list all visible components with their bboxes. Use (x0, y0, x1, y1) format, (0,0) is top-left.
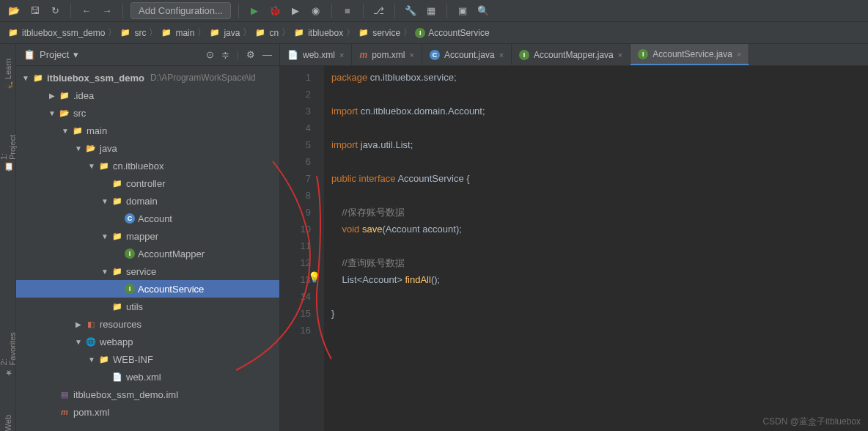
crumb-java[interactable]: 📁java (209, 27, 240, 39)
close-icon[interactable]: × (737, 50, 741, 59)
close-icon[interactable]: × (499, 51, 504, 59)
close-icon[interactable]: × (409, 51, 413, 59)
tree-arrow-icon[interactable]: ▼ (101, 268, 108, 276)
code-line[interactable] (331, 237, 868, 254)
tree-arrow-icon[interactable]: ▼ (75, 144, 82, 152)
crumb-service[interactable]: 📁service (358, 27, 400, 39)
tree-arrow-icon[interactable]: ▼ (88, 162, 95, 170)
run-icon[interactable]: ▶ (246, 3, 262, 19)
tree-item[interactable]: ▶◧resources (16, 315, 279, 333)
tree-item[interactable]: ▼🌐webapp (16, 333, 279, 350)
stop-icon[interactable]: ■ (339, 3, 356, 19)
tree-arrow-icon[interactable]: ▼ (48, 109, 56, 117)
code-content[interactable]: package cn.itbluebox.service;import cn.i… (324, 66, 868, 431)
close-icon[interactable]: × (618, 51, 622, 59)
tree-item-label: utils (126, 301, 143, 312)
rail-web[interactable]: Web (4, 415, 12, 431)
folder-icon: 📁 (358, 27, 369, 39)
vcs-icon[interactable]: ⎇ (371, 3, 387, 19)
tree-item[interactable]: 📁controller (16, 174, 279, 192)
crumb-itbluebox[interactable]: 📁itbluebox (293, 27, 343, 39)
project-tree[interactable]: ▼ 📁 itbluebox_ssm_demo D:\AProgramWorkSp… (16, 66, 279, 431)
tree-item[interactable]: 📁utils (16, 298, 279, 315)
code-line[interactable] (331, 187, 868, 204)
code-line[interactable]: import cn.itbluebox.domain.Account; (331, 103, 868, 119)
editor-tab[interactable]: IAccountMapper.java× (512, 44, 630, 65)
code-line[interactable]: import java.util.List; (331, 136, 868, 153)
chevron-down-icon[interactable]: ▼ (22, 74, 29, 82)
code-line[interactable]: package cn.itbluebox.service; (331, 69, 868, 86)
editor-tab[interactable]: mpom.xml× (352, 44, 422, 65)
redo-icon[interactable]: → (99, 3, 115, 19)
tree-item[interactable]: ▼📂java (16, 139, 279, 157)
reload-icon[interactable]: ↻ (47, 3, 63, 19)
tree-arrow-icon[interactable]: ▶ (75, 320, 82, 328)
tree-arrow-icon[interactable]: ▼ (88, 356, 95, 364)
tree-item[interactable]: ▼📁cn.itbluebox (16, 157, 279, 174)
folder-icon: 📁 (293, 27, 305, 39)
rail-project[interactable]: 📋 1: Project (0, 128, 17, 172)
code-line[interactable]: //保存账号数据 (331, 204, 868, 221)
code-line[interactable]: void save(Account account); (331, 221, 868, 237)
select-opened-icon[interactable]: ⊙ (206, 49, 214, 60)
rail-favorites[interactable]: ★ 2: Favorites (0, 326, 17, 377)
tree-item-label: src (73, 108, 86, 119)
tree-arrow-icon[interactable]: ▶ (48, 92, 56, 100)
terminal-icon[interactable]: ▣ (455, 3, 471, 19)
tree-item[interactable]: 📄web.xml (16, 368, 279, 386)
tree-item[interactable]: ▤itbluebox_ssm_demo.iml (16, 386, 279, 403)
tree-item[interactable]: ▼📂src (16, 104, 279, 122)
tree-item[interactable]: ▼📁main (16, 122, 279, 139)
code-line[interactable]: public interface AccountService { (331, 170, 868, 187)
code-line[interactable]: } (331, 305, 868, 322)
crumb-src[interactable]: 📁src (119, 27, 146, 39)
code-line[interactable] (331, 288, 868, 305)
interface-icon: I (125, 248, 135, 259)
tree-item[interactable]: mpom.xml (16, 403, 279, 421)
undo-icon[interactable]: ← (78, 3, 95, 19)
editor-tab[interactable]: CAccount.java× (422, 44, 512, 65)
code-line[interactable] (331, 86, 868, 103)
code-line[interactable]: List<Account> findAll(); (331, 271, 868, 288)
open-icon[interactable]: 📂 (6, 3, 22, 19)
crumb-cn[interactable]: 📁cn (254, 27, 279, 39)
crumb-root[interactable]: 📁itbluebox_ssm_demo (7, 27, 105, 39)
close-icon[interactable]: × (339, 51, 344, 59)
settings-icon[interactable]: 🔧 (402, 3, 419, 19)
tree-root[interactable]: ▼ 📁 itbluebox_ssm_demo D:\AProgramWorkSp… (16, 69, 279, 86)
expand-all-icon[interactable]: ≑ (221, 49, 229, 60)
crumb-file[interactable]: IAccountService (415, 28, 489, 38)
chevron-right-icon: 〉 (346, 26, 355, 39)
hide-icon[interactable]: — (262, 49, 272, 60)
save-icon[interactable]: 🖫 (26, 3, 43, 19)
code-line[interactable] (331, 119, 868, 136)
tree-item[interactable]: ▼📁mapper (16, 227, 279, 245)
tree-item[interactable]: ▼📁WEB-INF (16, 350, 279, 368)
structure-icon[interactable]: ▦ (423, 3, 439, 19)
editor-tab[interactable]: 📄web.xml× (280, 44, 352, 65)
rail-learn[interactable]: 🎓 Learn (3, 59, 12, 92)
tree-arrow-icon[interactable]: ▼ (75, 338, 82, 346)
tree-item[interactable]: IAccountMapper (16, 245, 279, 262)
search-icon[interactable]: 🔍 (475, 3, 491, 19)
tree-item[interactable]: CAccount (16, 210, 279, 227)
tree-arrow-icon[interactable]: ▼ (62, 127, 69, 135)
code-line[interactable] (331, 322, 868, 339)
tree-item[interactable]: IAccountService (16, 280, 279, 298)
profile-icon[interactable]: ◉ (308, 3, 324, 19)
crumb-main[interactable]: 📁main (161, 27, 194, 39)
panel-title[interactable]: 📋 Project ▾ (23, 49, 200, 60)
tree-item[interactable]: ▼📁domain (16, 192, 279, 210)
debug-icon[interactable]: 🐞 (267, 3, 283, 19)
tree-item[interactable]: ▶📁.idea (16, 86, 279, 104)
code-line[interactable] (331, 153, 868, 170)
intention-bulb-icon[interactable]: 💡 (308, 271, 320, 283)
run-config-dropdown[interactable]: Add Configuration... (130, 2, 231, 19)
tree-arrow-icon[interactable]: ▼ (101, 232, 108, 240)
editor-tab[interactable]: IAccountService.java× (630, 44, 749, 65)
tree-item[interactable]: ▼📁service (16, 262, 279, 280)
tree-arrow-icon[interactable]: ▼ (101, 197, 108, 205)
gear-icon[interactable]: ⚙ (246, 49, 255, 60)
code-line[interactable]: //查询账号数据 (331, 254, 868, 271)
coverage-icon[interactable]: ▶ (287, 3, 304, 19)
